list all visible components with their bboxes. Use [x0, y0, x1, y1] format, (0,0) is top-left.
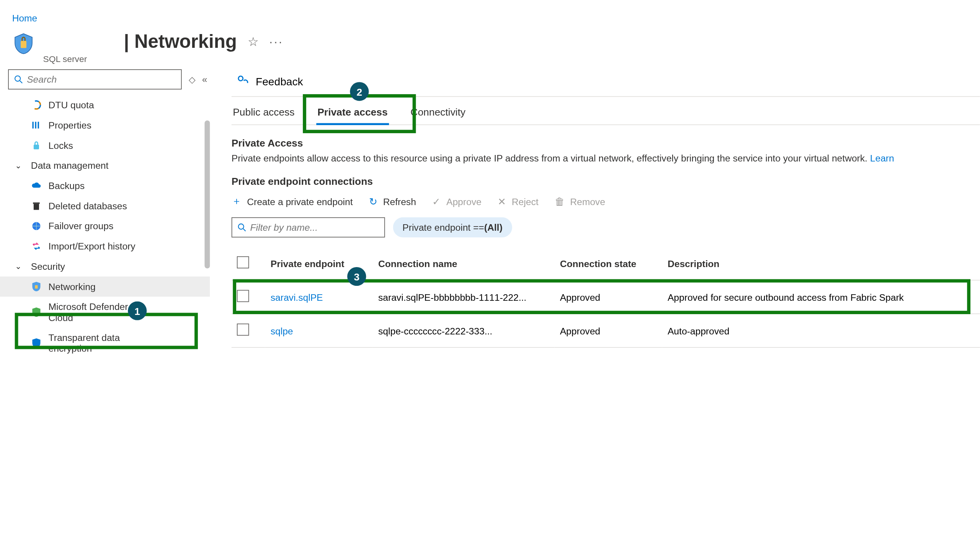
properties-icon — [31, 120, 42, 130]
sidebar-item-label: Backups — [49, 180, 85, 191]
sidebar-search[interactable] — [8, 69, 182, 90]
sidebar-item-deleted-databases[interactable]: Deleted databases — [0, 196, 210, 216]
svg-rect-7 — [38, 122, 39, 129]
svg-line-15 — [243, 229, 245, 231]
x-icon: ✕ — [498, 196, 506, 208]
table-row[interactable]: sqlpe sqlpe-cccccccc-2222-333... Approve… — [232, 314, 980, 347]
filter-pill-prefix: Private endpoint == — [402, 222, 484, 233]
shield-icon — [31, 281, 42, 292]
trash-icon: 🗑 — [555, 196, 565, 207]
filter-row: Private endpoint == (All) — [232, 217, 980, 238]
cell-connection-name: sqlpe-cccccccc-2222-333... — [373, 314, 555, 347]
sidebar: ◇ « DTU quota Properties Locks ⌄ — [0, 69, 216, 423]
import-export-icon — [31, 241, 42, 251]
sidebar-section-security[interactable]: ⌄ Security — [0, 256, 210, 277]
favorite-star-icon[interactable]: ☆ — [248, 34, 258, 49]
connections-title: Private endpoint connections — [232, 176, 980, 187]
sidebar-item-import-export[interactable]: Import/Export history — [0, 236, 210, 256]
cell-connection-state: Approved — [555, 314, 662, 347]
filter-input-field[interactable] — [250, 222, 379, 233]
svg-point-1 — [15, 76, 20, 81]
toolbar: ＋ Create a private endpoint ↻ Refresh ✓ … — [232, 191, 980, 212]
sidebar-item-label: Deleted databases — [49, 201, 127, 211]
breadcrumb: Home — [0, 0, 980, 28]
svg-point-13 — [238, 76, 243, 81]
toolbar-label: Reject — [512, 196, 539, 207]
search-icon — [14, 75, 23, 84]
svg-rect-0 — [21, 41, 26, 48]
sidebar-section-label: Data management — [31, 160, 108, 171]
refresh-button[interactable]: ↻ Refresh — [369, 196, 416, 208]
svg-line-2 — [20, 81, 22, 83]
table-header-state[interactable]: Connection state — [555, 247, 662, 280]
check-icon: ✓ — [432, 196, 441, 208]
sidebar-item-properties[interactable]: Properties — [0, 115, 210, 135]
sidebar-item-failover-groups[interactable]: Failover groups — [0, 216, 210, 236]
search-icon — [238, 223, 246, 232]
cloud-icon — [31, 180, 42, 191]
sidebar-item-label: Locks — [49, 140, 73, 151]
sidebar-item-dtu-quota[interactable]: DTU quota — [0, 95, 210, 115]
sidebar-search-input[interactable] — [27, 74, 176, 85]
feedback-label: Feedback — [256, 76, 303, 88]
sidebar-item-locks[interactable]: Locks — [0, 135, 210, 155]
more-icon[interactable]: ··· — [269, 35, 283, 49]
feedback-icon — [237, 75, 249, 90]
sidebar-item-backups[interactable]: Backups — [0, 176, 210, 196]
table-header-conn[interactable]: Connection name — [373, 247, 555, 280]
sidebar-item-label: Properties — [49, 120, 91, 130]
cell-description: Auto-approved — [662, 314, 980, 347]
svg-rect-12 — [35, 285, 38, 289]
scrollbar-thumb[interactable] — [204, 121, 210, 269]
svg-rect-8 — [34, 145, 39, 149]
sidebar-item-label: Networking — [49, 281, 96, 292]
globe-icon — [31, 221, 42, 231]
annotation-callout-1: 1 — [128, 302, 147, 320]
filter-input[interactable] — [232, 217, 385, 238]
page-header: | Networking ☆ ··· SQL server — [0, 28, 980, 69]
row-checkbox[interactable] — [237, 324, 249, 336]
lock-icon — [31, 140, 42, 151]
filter-pill[interactable]: Private endpoint == (All) — [393, 217, 512, 238]
gauge-icon — [31, 99, 42, 110]
create-endpoint-button[interactable]: ＋ Create a private endpoint — [232, 195, 353, 208]
sidebar-item-networking[interactable]: Networking — [0, 277, 210, 297]
reject-button[interactable]: ✕ Reject — [498, 196, 539, 208]
svg-point-14 — [238, 224, 244, 229]
svg-rect-6 — [35, 122, 36, 129]
chevron-down-icon: ⌄ — [15, 262, 22, 271]
select-all-checkbox[interactable] — [237, 256, 249, 269]
toolbar-label: Approve — [446, 196, 482, 207]
svg-rect-5 — [32, 122, 34, 129]
page-title: | Networking — [124, 31, 237, 52]
annotation-callout-3: 3 — [347, 267, 366, 286]
collapse-sidebar-icon[interactable]: « — [202, 74, 207, 85]
tab-connectivity[interactable]: Connectivity — [409, 97, 467, 124]
toolbar-label: Remove — [570, 196, 605, 207]
refresh-icon: ↻ — [369, 196, 378, 208]
approve-button[interactable]: ✓ Approve — [432, 196, 482, 208]
svg-rect-10 — [33, 202, 40, 204]
annotation-box-3 — [233, 279, 970, 314]
toolbar-label: Create a private endpoint — [247, 196, 353, 207]
page-subtitle: SQL server — [43, 54, 284, 64]
tabs: Public access Private access Connectivit… — [232, 97, 980, 125]
endpoint-link[interactable]: sqlpe — [271, 325, 293, 336]
toolbar-label: Refresh — [383, 196, 416, 207]
private-access-title: Private Access — [232, 137, 980, 149]
sidebar-item-label: DTU quota — [49, 99, 94, 110]
sidebar-section-data-management[interactable]: ⌄ Data management — [0, 155, 210, 176]
expand-collapse-icon[interactable]: ◇ — [189, 74, 196, 84]
learn-more-link[interactable]: Learn — [870, 153, 894, 163]
breadcrumb-home[interactable]: Home — [12, 13, 38, 23]
table-header-desc[interactable]: Description — [662, 247, 980, 280]
remove-button[interactable]: 🗑 Remove — [555, 196, 605, 207]
trash-icon — [31, 201, 42, 211]
sidebar-nav: DTU quota Properties Locks ⌄ Data manage… — [0, 93, 210, 423]
tab-public-access[interactable]: Public access — [232, 97, 296, 124]
sql-server-icon — [12, 32, 35, 55]
feedback-button[interactable]: Feedback — [232, 69, 980, 97]
chevron-down-icon: ⌄ — [15, 161, 22, 170]
private-access-description: Private endpoints allow access to this r… — [232, 153, 980, 163]
annotation-box-1 — [15, 313, 198, 349]
